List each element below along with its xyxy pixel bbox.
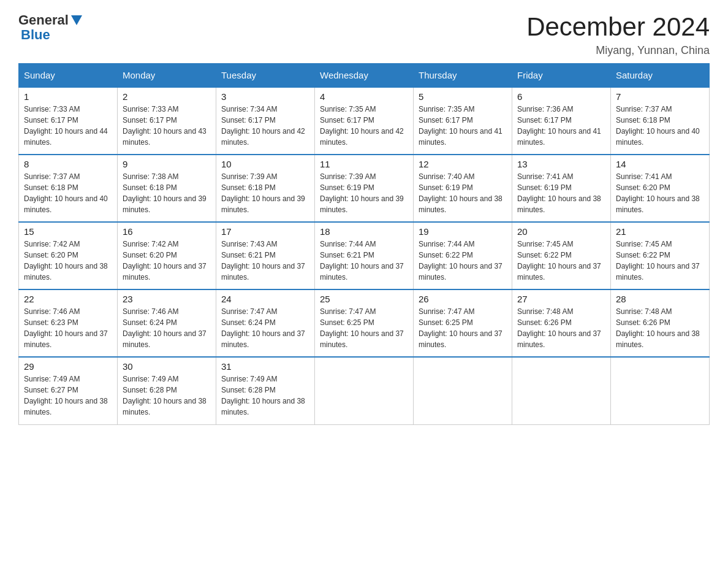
calendar-cell bbox=[414, 357, 512, 424]
day-info: Sunrise: 7:48 AM Sunset: 6:26 PM Dayligh… bbox=[616, 306, 704, 350]
day-info: Sunrise: 7:47 AM Sunset: 6:25 PM Dayligh… bbox=[419, 306, 507, 350]
day-info: Sunrise: 7:45 AM Sunset: 6:22 PM Dayligh… bbox=[517, 239, 605, 283]
day-number: 31 bbox=[221, 361, 309, 372]
calendar-week-3: 15 Sunrise: 7:42 AM Sunset: 6:20 PM Dayl… bbox=[19, 222, 710, 289]
calendar-cell bbox=[315, 357, 414, 424]
day-info: Sunrise: 7:40 AM Sunset: 6:19 PM Dayligh… bbox=[419, 171, 507, 215]
calendar-cell: 21 Sunrise: 7:45 AM Sunset: 6:22 PM Dayl… bbox=[611, 222, 710, 289]
calendar-cell: 12 Sunrise: 7:40 AM Sunset: 6:19 PM Dayl… bbox=[414, 155, 512, 222]
day-number: 26 bbox=[419, 294, 507, 304]
day-info: Sunrise: 7:35 AM Sunset: 6:17 PM Dayligh… bbox=[419, 104, 507, 148]
day-header-wednesday: Wednesday bbox=[315, 64, 414, 88]
calendar-cell: 9 Sunrise: 7:38 AM Sunset: 6:18 PM Dayli… bbox=[118, 155, 216, 222]
day-number: 8 bbox=[24, 159, 112, 169]
day-number: 9 bbox=[123, 159, 211, 169]
calendar-header-row: SundayMondayTuesdayWednesdayThursdayFrid… bbox=[19, 64, 710, 88]
day-info: Sunrise: 7:49 AM Sunset: 6:28 PM Dayligh… bbox=[221, 373, 309, 418]
day-number: 14 bbox=[616, 159, 704, 169]
day-header-friday: Friday bbox=[512, 64, 611, 88]
day-number: 12 bbox=[419, 159, 507, 169]
calendar-cell: 8 Sunrise: 7:37 AM Sunset: 6:18 PM Dayli… bbox=[19, 155, 118, 222]
day-number: 2 bbox=[123, 91, 211, 102]
title-section: December 2024 Miyang, Yunnan, China bbox=[526, 12, 710, 57]
day-info: Sunrise: 7:34 AM Sunset: 6:17 PM Dayligh… bbox=[221, 104, 309, 148]
calendar-cell: 19 Sunrise: 7:44 AM Sunset: 6:22 PM Dayl… bbox=[414, 222, 512, 289]
day-info: Sunrise: 7:39 AM Sunset: 6:18 PM Dayligh… bbox=[221, 171, 309, 215]
day-header-thursday: Thursday bbox=[414, 64, 512, 88]
calendar-cell: 10 Sunrise: 7:39 AM Sunset: 6:18 PM Dayl… bbox=[216, 155, 315, 222]
day-number: 10 bbox=[221, 159, 309, 169]
calendar-table: SundayMondayTuesdayWednesdayThursdayFrid… bbox=[18, 63, 710, 425]
day-info: Sunrise: 7:36 AM Sunset: 6:17 PM Dayligh… bbox=[517, 104, 605, 148]
day-info: Sunrise: 7:42 AM Sunset: 6:20 PM Dayligh… bbox=[24, 239, 112, 283]
calendar-cell: 3 Sunrise: 7:34 AM Sunset: 6:17 PM Dayli… bbox=[216, 87, 315, 155]
day-header-saturday: Saturday bbox=[611, 64, 710, 88]
day-header-tuesday: Tuesday bbox=[216, 64, 315, 88]
day-number: 7 bbox=[616, 91, 704, 102]
day-number: 4 bbox=[320, 91, 408, 102]
day-info: Sunrise: 7:41 AM Sunset: 6:19 PM Dayligh… bbox=[517, 171, 605, 215]
calendar-week-5: 29 Sunrise: 7:49 AM Sunset: 6:27 PM Dayl… bbox=[19, 357, 710, 424]
day-number: 6 bbox=[517, 91, 605, 102]
calendar-week-4: 22 Sunrise: 7:46 AM Sunset: 6:23 PM Dayl… bbox=[19, 289, 710, 357]
calendar-cell: 1 Sunrise: 7:33 AM Sunset: 6:17 PM Dayli… bbox=[19, 87, 118, 155]
calendar-cell: 22 Sunrise: 7:46 AM Sunset: 6:23 PM Dayl… bbox=[19, 289, 118, 357]
day-number: 21 bbox=[616, 226, 704, 237]
month-title: December 2024 bbox=[526, 12, 710, 42]
day-header-monday: Monday bbox=[118, 64, 216, 88]
day-info: Sunrise: 7:42 AM Sunset: 6:20 PM Dayligh… bbox=[123, 239, 211, 283]
day-number: 15 bbox=[24, 226, 112, 237]
day-number: 22 bbox=[24, 294, 112, 304]
day-info: Sunrise: 7:49 AM Sunset: 6:27 PM Dayligh… bbox=[24, 373, 112, 418]
calendar-week-1: 1 Sunrise: 7:33 AM Sunset: 6:17 PM Dayli… bbox=[19, 87, 710, 155]
calendar-cell: 2 Sunrise: 7:33 AM Sunset: 6:17 PM Dayli… bbox=[118, 87, 216, 155]
calendar-cell: 13 Sunrise: 7:41 AM Sunset: 6:19 PM Dayl… bbox=[512, 155, 611, 222]
calendar-cell bbox=[512, 357, 611, 424]
calendar-cell: 26 Sunrise: 7:47 AM Sunset: 6:25 PM Dayl… bbox=[414, 289, 512, 357]
logo-blue-text: Blue bbox=[21, 27, 50, 43]
day-info: Sunrise: 7:49 AM Sunset: 6:28 PM Dayligh… bbox=[123, 373, 211, 418]
day-info: Sunrise: 7:33 AM Sunset: 6:17 PM Dayligh… bbox=[123, 104, 211, 148]
day-number: 13 bbox=[517, 159, 605, 169]
day-info: Sunrise: 7:46 AM Sunset: 6:23 PM Dayligh… bbox=[24, 306, 112, 350]
day-info: Sunrise: 7:48 AM Sunset: 6:26 PM Dayligh… bbox=[517, 306, 605, 350]
calendar-cell: 16 Sunrise: 7:42 AM Sunset: 6:20 PM Dayl… bbox=[118, 222, 216, 289]
calendar-cell: 7 Sunrise: 7:37 AM Sunset: 6:18 PM Dayli… bbox=[611, 87, 710, 155]
day-number: 18 bbox=[320, 226, 408, 237]
calendar-cell: 25 Sunrise: 7:47 AM Sunset: 6:25 PM Dayl… bbox=[315, 289, 414, 357]
day-number: 19 bbox=[419, 226, 507, 237]
logo-arrow-icon bbox=[71, 15, 82, 25]
day-number: 5 bbox=[419, 91, 507, 102]
day-number: 28 bbox=[616, 294, 704, 304]
calendar-cell: 15 Sunrise: 7:42 AM Sunset: 6:20 PM Dayl… bbox=[19, 222, 118, 289]
day-info: Sunrise: 7:39 AM Sunset: 6:19 PM Dayligh… bbox=[320, 171, 408, 215]
calendar-cell: 28 Sunrise: 7:48 AM Sunset: 6:26 PM Dayl… bbox=[611, 289, 710, 357]
day-info: Sunrise: 7:38 AM Sunset: 6:18 PM Dayligh… bbox=[123, 171, 211, 215]
calendar-cell: 29 Sunrise: 7:49 AM Sunset: 6:27 PM Dayl… bbox=[19, 357, 118, 424]
day-info: Sunrise: 7:47 AM Sunset: 6:24 PM Dayligh… bbox=[221, 306, 309, 350]
location-subtitle: Miyang, Yunnan, China bbox=[526, 44, 710, 57]
calendar-cell: 30 Sunrise: 7:49 AM Sunset: 6:28 PM Dayl… bbox=[118, 357, 216, 424]
calendar-cell: 17 Sunrise: 7:43 AM Sunset: 6:21 PM Dayl… bbox=[216, 222, 315, 289]
day-number: 29 bbox=[24, 361, 112, 372]
day-header-sunday: Sunday bbox=[19, 64, 118, 88]
day-number: 3 bbox=[221, 91, 309, 102]
day-info: Sunrise: 7:37 AM Sunset: 6:18 PM Dayligh… bbox=[616, 104, 704, 148]
day-info: Sunrise: 7:45 AM Sunset: 6:22 PM Dayligh… bbox=[616, 239, 704, 283]
calendar-cell: 31 Sunrise: 7:49 AM Sunset: 6:28 PM Dayl… bbox=[216, 357, 315, 424]
calendar-cell: 23 Sunrise: 7:46 AM Sunset: 6:24 PM Dayl… bbox=[118, 289, 216, 357]
day-info: Sunrise: 7:46 AM Sunset: 6:24 PM Dayligh… bbox=[123, 306, 211, 350]
calendar-cell: 14 Sunrise: 7:41 AM Sunset: 6:20 PM Dayl… bbox=[611, 155, 710, 222]
page-header: General Blue December 2024 Miyang, Yunna… bbox=[18, 12, 710, 57]
day-number: 20 bbox=[517, 226, 605, 237]
calendar-week-2: 8 Sunrise: 7:37 AM Sunset: 6:18 PM Dayli… bbox=[19, 155, 710, 222]
day-number: 16 bbox=[123, 226, 211, 237]
day-info: Sunrise: 7:33 AM Sunset: 6:17 PM Dayligh… bbox=[24, 104, 112, 148]
logo-general-text: General bbox=[18, 12, 69, 28]
day-number: 1 bbox=[24, 91, 112, 102]
day-info: Sunrise: 7:43 AM Sunset: 6:21 PM Dayligh… bbox=[221, 239, 309, 283]
day-number: 25 bbox=[320, 294, 408, 304]
day-number: 30 bbox=[123, 361, 211, 372]
calendar-cell: 24 Sunrise: 7:47 AM Sunset: 6:24 PM Dayl… bbox=[216, 289, 315, 357]
day-info: Sunrise: 7:41 AM Sunset: 6:20 PM Dayligh… bbox=[616, 171, 704, 215]
